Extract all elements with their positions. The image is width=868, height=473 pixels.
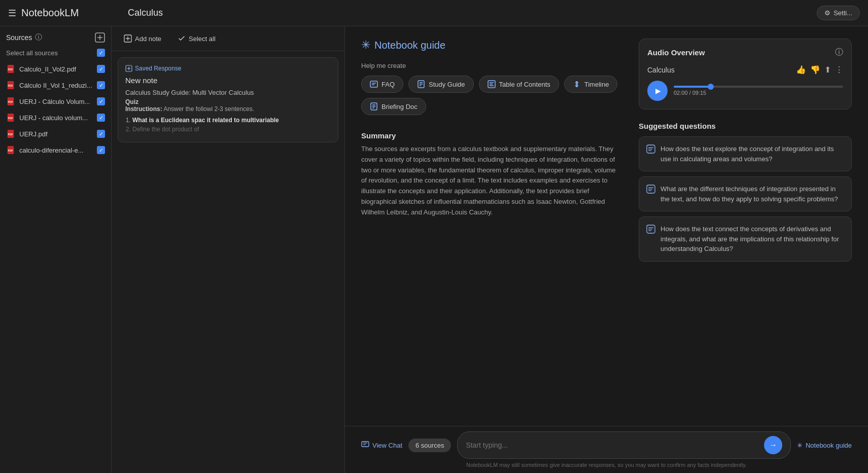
source-item-5[interactable]: PDF calculo-diferencial-e... <box>0 142 111 158</box>
note-card-header: Saved Response <box>125 65 331 72</box>
sidebar: Sources ⓘ Select all sources PDF Calculo… <box>0 26 112 473</box>
play-button[interactable] <box>647 81 668 101</box>
briefing-doc-button[interactable]: Briefing Doc <box>361 98 426 115</box>
settings-button[interactable]: ⚙ Setti... <box>817 6 860 20</box>
settings-label: Setti... <box>834 9 852 17</box>
thumbs-up-icon[interactable]: 👍 <box>796 65 806 75</box>
select-all-sources-label: Select all sources <box>6 49 58 57</box>
svg-rect-51 <box>362 442 369 447</box>
suggested-question-1[interactable]: What are the different techniques of int… <box>639 176 852 211</box>
top-bar: ☰ NotebookLM Calculus ⚙ Setti... <box>0 0 868 26</box>
disclaimer-text: NotebookLM may still sometimes give inac… <box>361 462 852 468</box>
progress-dot <box>708 84 714 90</box>
study-guide-button[interactable]: Study Guide <box>408 76 474 93</box>
source-name-5: calculo-diferencial-e... <box>19 147 83 154</box>
summary-title: Summary <box>361 131 622 140</box>
source-item-3[interactable]: PDF UERJ - calculo volum... <box>0 110 111 126</box>
more-options-icon[interactable]: ⋮ <box>835 65 843 75</box>
note-card-0[interactable]: Saved Response New note Calculus Study G… <box>118 57 338 142</box>
source-checkbox-3[interactable] <box>97 114 105 122</box>
progress-bar-track[interactable] <box>674 86 843 88</box>
send-button[interactable]: → <box>764 436 782 454</box>
pdf-icon-4: PDF <box>6 129 15 138</box>
source-name-1: Cálculo II_Vol 1_reduzi... <box>19 82 92 89</box>
top-bar-left: ☰ NotebookLM <box>8 7 120 19</box>
suggested-questions-title: Suggested questions <box>639 122 852 130</box>
saved-response-label: Saved Response <box>135 65 181 72</box>
timeline-label: Timeline <box>584 81 609 88</box>
hamburger-menu-icon[interactable]: ☰ <box>8 8 16 19</box>
sq-icon-0 <box>646 144 655 155</box>
progress-bar-container: 02:00 / 09:15 <box>674 86 843 96</box>
suggested-question-2[interactable]: How does the text connect the concepts o… <box>639 216 852 262</box>
source-checkbox-5[interactable] <box>97 146 105 154</box>
add-source-button[interactable] <box>95 32 105 43</box>
source-name-4: UERJ.pdf <box>19 130 48 138</box>
view-chat-button[interactable]: View Chat <box>361 441 402 449</box>
notes-toolbar: Add note Select all <box>112 26 344 51</box>
audio-overview-header: Audio Overview ⓘ <box>647 47 843 58</box>
select-all-sources-checkbox[interactable] <box>97 49 105 57</box>
briefing-doc-label: Briefing Doc <box>381 103 418 111</box>
guide-buttons: FAQ Study Guide Table of Contents Timeli… <box>361 76 622 115</box>
notebook-guide-title: Notebook guide <box>374 40 445 51</box>
add-note-label: Add note <box>135 35 161 43</box>
svg-rect-21 <box>370 81 377 87</box>
notes-panel: Add note Select all Saved Response New n… <box>112 26 345 473</box>
source-checkbox-2[interactable] <box>97 97 105 105</box>
svg-text:PDF: PDF <box>8 150 13 152</box>
svg-text:PDF: PDF <box>8 133 13 136</box>
share-icon[interactable]: ⬆ <box>824 65 831 75</box>
notebook-guide-footer-button[interactable]: ✳ Notebook guide <box>797 442 852 449</box>
sq-icon-2 <box>646 225 655 235</box>
sources-count-badge: 6 sources <box>408 439 451 452</box>
source-name-2: UERJ - Cálculo Volum... <box>19 98 90 105</box>
app-title: NotebookLM <box>21 7 79 19</box>
audio-top-row: Calculus 👍 👎 ⬆ ⋮ <box>647 65 843 75</box>
source-checkbox-0[interactable] <box>97 65 105 73</box>
view-chat-label: View Chat <box>372 442 402 449</box>
pdf-icon: PDF <box>6 64 15 74</box>
help-create-label: Help me create <box>361 62 622 69</box>
summary-text: The sources are excerpts from a calculus… <box>361 144 622 218</box>
audio-track-name: Calculus <box>647 66 675 74</box>
pdf-icon-5: PDF <box>6 145 15 155</box>
source-checkbox-4[interactable] <box>97 130 105 138</box>
source-item-4[interactable]: PDF UERJ.pdf <box>0 126 111 142</box>
timeline-button[interactable]: Timeline <box>564 76 618 93</box>
note-title: New note <box>125 76 331 85</box>
note-question-0: What is a Euclidean spac it related to m… <box>132 117 331 124</box>
top-bar-center: Calculus <box>120 8 817 18</box>
sq-icon-1 <box>646 185 655 195</box>
svg-text:PDF: PDF <box>8 68 13 71</box>
source-checkbox-1[interactable] <box>97 81 105 89</box>
notebook-guide-section: ✳ Notebook guide Help me create FAQ Stud… <box>361 39 622 414</box>
source-item-1[interactable]: PDF Cálculo II_Vol 1_reduzi... <box>0 77 111 93</box>
pdf-icon-1: PDF <box>6 81 15 90</box>
instructions-prefix: Instructions: <box>125 105 162 113</box>
progress-bar-fill <box>674 86 711 88</box>
main-content: ✳ Notebook guide Help me create FAQ Stud… <box>345 26 868 473</box>
select-all-notes-button[interactable]: Select all <box>173 32 220 45</box>
sources-label: Sources ⓘ <box>6 33 42 42</box>
thumbs-down-icon[interactable]: 👎 <box>810 65 820 75</box>
suggested-questions-section: Suggested questions How does the text ex… <box>639 122 852 262</box>
study-guide-label: Study Guide <box>429 81 465 88</box>
progress-time: 02:00 / 09:15 <box>674 90 843 96</box>
table-of-contents-button[interactable]: Table of Contents <box>479 76 559 93</box>
select-all-notes-label: Select all <box>189 35 216 43</box>
audio-info-icon[interactable]: ⓘ <box>835 47 843 58</box>
source-item-2[interactable]: PDF UERJ - Cálculo Volum... <box>0 93 111 110</box>
sources-info-icon[interactable]: ⓘ <box>35 33 42 42</box>
svg-text:PDF: PDF <box>8 117 13 120</box>
add-note-button[interactable]: Add note <box>120 32 165 45</box>
faq-button[interactable]: FAQ <box>361 76 403 93</box>
suggested-question-text-0: How does the text explore the concept of… <box>661 144 844 164</box>
table-of-contents-label: Table of Contents <box>499 81 550 88</box>
chat-input[interactable] <box>466 441 764 449</box>
chat-row: View Chat 6 sources → ✳ Notebook guide <box>361 431 852 459</box>
suggested-question-0[interactable]: How does the text explore the concept of… <box>639 136 852 171</box>
summary-section: Summary The sources are excerpts from a … <box>361 131 622 218</box>
source-name-3: UERJ - calculo volum... <box>19 114 88 122</box>
source-item-0[interactable]: PDF Calculo_II_Vol2.pdf <box>0 61 111 77</box>
